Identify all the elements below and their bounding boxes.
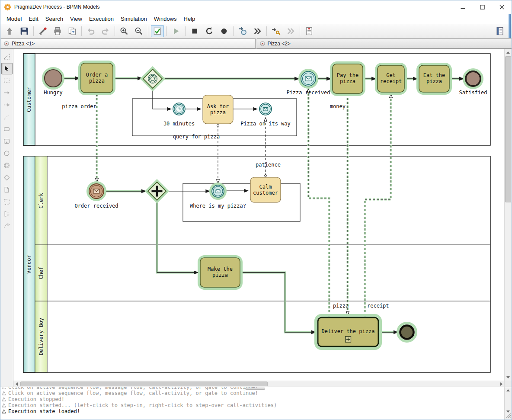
step-over-icon[interactable] bbox=[251, 25, 264, 37]
palette-task-icon[interactable] bbox=[1, 123, 13, 135]
palette-group-icon[interactable] bbox=[1, 196, 13, 208]
step-out-icon[interactable] bbox=[284, 25, 297, 37]
check-model-icon[interactable] bbox=[36, 25, 49, 37]
scroll-right-icon[interactable] bbox=[498, 381, 504, 387]
diagram-canvas[interactable]: Customer Vendor Clerk Chef Delivery Boy bbox=[13, 49, 504, 381]
palette-pointer-icon[interactable] bbox=[1, 63, 13, 74]
palette-marquee-icon[interactable] bbox=[1, 51, 13, 62]
horizontal-scroll-thumb[interactable] bbox=[20, 382, 268, 386]
menu-model[interactable]: Model bbox=[3, 14, 25, 23]
menu-view[interactable]: View bbox=[67, 14, 86, 23]
dock-strip[interactable] bbox=[509, 14, 511, 38]
console-scroll-up-icon[interactable] bbox=[505, 387, 512, 393]
subprocess-deliver-the-pizza[interactable]: Deliver the pizza bbox=[316, 315, 381, 349]
tab-close-icon[interactable] bbox=[4, 41, 9, 46]
toolbar-separator bbox=[266, 26, 267, 36]
menu-search[interactable]: Search bbox=[42, 14, 67, 23]
print-icon[interactable] bbox=[51, 25, 64, 37]
message-flow-money[interactable] bbox=[347, 93, 349, 315]
svg-text:Order received: Order received bbox=[74, 203, 118, 209]
menu-execution[interactable]: Execution bbox=[86, 14, 117, 23]
scroll-left-icon[interactable] bbox=[13, 381, 19, 387]
palette-start-event-icon[interactable] bbox=[1, 147, 13, 159]
tab-close-icon[interactable] bbox=[260, 41, 265, 46]
play-icon[interactable] bbox=[170, 25, 182, 37]
start-event-hungry[interactable]: Hungry bbox=[43, 68, 63, 96]
notebook-icon[interactable] bbox=[493, 25, 506, 37]
vertical-scroll-thumb[interactable] bbox=[505, 56, 511, 202]
task-ask-for-pizza[interactable]: Ask for pizza bbox=[203, 95, 233, 124]
run-to-key-icon[interactable] bbox=[269, 25, 282, 37]
app-window: { "window": { "title": "PragmaDev Proces… bbox=[0, 0, 512, 420]
palette-association-icon[interactable] bbox=[1, 111, 13, 123]
svg-text:Pizza received: Pizza received bbox=[286, 90, 330, 96]
svg-text:Ask for: Ask for bbox=[207, 103, 229, 109]
end-event-delivery[interactable] bbox=[398, 323, 416, 341]
horizontal-scrollbar[interactable] bbox=[13, 381, 504, 387]
restart-icon[interactable] bbox=[203, 25, 216, 37]
vertical-scrollbar[interactable] bbox=[504, 49, 512, 387]
menu-windows[interactable]: Windows bbox=[150, 14, 180, 23]
tab-pizza-2[interactable]: Pizza <2> bbox=[257, 38, 512, 48]
minimize-button[interactable] bbox=[453, 0, 473, 13]
svg-text:pizza: pizza bbox=[426, 78, 442, 84]
scroll-down-icon[interactable] bbox=[505, 374, 512, 381]
console-line: Execution started... (left-click to step… bbox=[2, 402, 512, 408]
toolbar bbox=[0, 24, 512, 38]
svg-text:Where is my pizza?: Where is my pizza? bbox=[190, 203, 246, 209]
resize-grip-icon[interactable] bbox=[506, 412, 511, 420]
warning-icon bbox=[2, 397, 6, 401]
palette-subprocess-icon[interactable] bbox=[1, 135, 13, 147]
zoom-out-icon[interactable] bbox=[132, 25, 145, 37]
flow-label-query-for-pizza: query for pizza bbox=[173, 134, 220, 140]
save-icon[interactable] bbox=[18, 25, 31, 37]
main-area: Customer Vendor Clerk Chef Delivery Boy bbox=[0, 49, 512, 387]
tab-pizza-1[interactable]: Pizza <1> bbox=[1, 38, 256, 48]
task-get-receipt[interactable]: Get receipt bbox=[376, 64, 406, 93]
console-splitter-handle[interactable] bbox=[245, 388, 265, 390]
toolbar-separator bbox=[115, 26, 115, 36]
svg-text:Eat the: Eat the bbox=[423, 72, 445, 78]
up-icon[interactable] bbox=[3, 25, 16, 37]
lane-chef-label: Chef bbox=[38, 267, 44, 279]
palette-annotation-icon[interactable] bbox=[1, 208, 13, 220]
menu-simulation[interactable]: Simulation bbox=[117, 14, 150, 23]
task-pay-the-pizza[interactable]: Pay the pizza bbox=[331, 63, 364, 95]
palette-intermediate-event-icon[interactable] bbox=[1, 160, 13, 171]
palette-message-flow-icon[interactable] bbox=[1, 99, 13, 111]
menu-edit[interactable]: Edit bbox=[25, 14, 42, 23]
record-icon[interactable] bbox=[218, 25, 230, 37]
redo-icon[interactable] bbox=[99, 25, 112, 37]
breakpoints-toggle-icon[interactable] bbox=[151, 25, 164, 37]
warning-icon bbox=[2, 403, 6, 407]
trace-icon[interactable] bbox=[303, 25, 316, 37]
task-order-a-pizza[interactable]: Order a pizza bbox=[80, 62, 114, 94]
task-calm-customer[interactable]: Calm customer bbox=[250, 177, 281, 202]
step-in-icon[interactable] bbox=[236, 25, 249, 37]
task-eat-the-pizza[interactable]: Eat the pizza bbox=[418, 64, 451, 93]
scroll-up-icon[interactable] bbox=[505, 49, 512, 56]
flow-label-patience: patience bbox=[256, 162, 281, 168]
undo-icon[interactable] bbox=[84, 25, 97, 37]
close-button[interactable] bbox=[492, 0, 512, 13]
console-line: Execution state loaded! bbox=[2, 408, 512, 414]
palette-data-object-icon[interactable] bbox=[1, 184, 13, 196]
svg-text:Hungry: Hungry bbox=[44, 90, 62, 96]
toolbar-separator bbox=[233, 26, 234, 36]
console-scrollbar[interactable] bbox=[504, 387, 512, 420]
svg-text:receipt: receipt bbox=[380, 78, 402, 84]
export-icon[interactable] bbox=[66, 25, 79, 37]
menu-help[interactable]: Help bbox=[180, 14, 199, 23]
flow-label-receipt: receipt bbox=[367, 303, 389, 309]
horizontal-scroll-track[interactable] bbox=[19, 381, 498, 387]
task-make-the-pizza[interactable]: Make the pizza bbox=[199, 256, 241, 289]
palette-lasso-icon[interactable] bbox=[1, 75, 13, 87]
maximize-button[interactable] bbox=[473, 0, 492, 13]
svg-text:Order a: Order a bbox=[86, 72, 108, 78]
svg-text:Make the: Make the bbox=[208, 266, 233, 272]
palette-sequence-flow-icon[interactable] bbox=[1, 87, 13, 99]
zoom-in-icon[interactable] bbox=[118, 25, 131, 37]
palette-gateway-icon[interactable] bbox=[1, 172, 13, 183]
palette-link-icon[interactable] bbox=[1, 220, 13, 232]
stop-icon[interactable] bbox=[188, 25, 201, 37]
